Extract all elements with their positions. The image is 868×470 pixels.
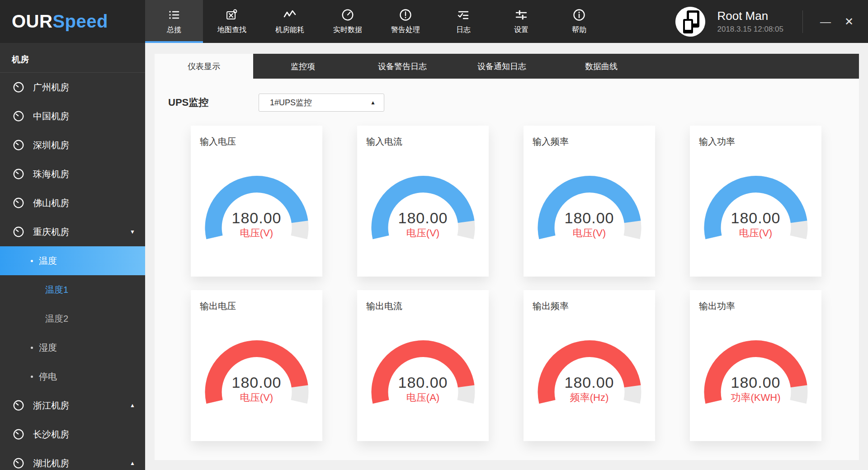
tab-设备通知日志[interactable]: 设备通知日志 xyxy=(452,54,552,79)
sidebar-item-label: 温度 xyxy=(39,255,57,267)
sidebar-item-label: 长沙机房 xyxy=(33,428,69,441)
ups-selector-value: 1#UPS监控 xyxy=(270,97,312,108)
gauge-value: 180.00 xyxy=(704,374,808,391)
gauge-chart: 180.00电压(A) xyxy=(371,340,475,411)
nav-item-label: 机房能耗 xyxy=(275,25,304,35)
gauge-readout: 180.00电压(V) xyxy=(704,209,808,239)
user-meta: Root Man 2018.3.15 12:08:05 xyxy=(717,9,783,34)
sidebar-item-广州机房[interactable]: 广州机房 xyxy=(0,73,145,102)
sidebar-item-label: 深圳机房 xyxy=(33,139,69,151)
gauge-unit-label: 电压(V) xyxy=(371,227,475,239)
bullet-dot xyxy=(31,376,33,378)
gauge-card-title: 输入电压 xyxy=(191,126,322,148)
gauge-icon xyxy=(12,197,25,209)
energy-wave-icon xyxy=(283,8,297,22)
gauge-unit-label: 电压(V) xyxy=(704,227,808,239)
sidebar-item-湖北机房[interactable]: 湖北机房▲ xyxy=(0,449,145,470)
tab-meter-display[interactable]: 仪表显示 xyxy=(155,54,253,79)
gauge-card-grid: 输入电压180.00电压(V)输入电流180.00电压(V)输入频率180.00… xyxy=(191,126,821,441)
gauge-chart: 180.00电压(V) xyxy=(205,340,309,411)
gauge-unit-label: 电压(V) xyxy=(205,227,309,239)
gauge-chart: 180.00电压(V) xyxy=(704,176,808,246)
gauge-unit-label: 电压(A) xyxy=(371,392,475,404)
gauge-readout: 180.00电压(V) xyxy=(205,374,309,404)
gauge-icon xyxy=(12,110,25,122)
sidebar-item-label: 佛山机房 xyxy=(33,197,69,209)
overview-list-icon xyxy=(167,8,181,22)
app-window: OURSpeed 总揽地图查找机房能耗实时数据警告处理日志设置帮助 Root M… xyxy=(0,0,868,470)
nav-item-设置[interactable]: 设置 xyxy=(492,0,550,43)
sidebar-item-重庆机房[interactable]: 重庆机房▼ xyxy=(0,217,145,246)
tab-row: 仪表显示 监控项设备警告日志设备通知日志数据曲线 xyxy=(155,54,859,79)
tab-监控项[interactable]: 监控项 xyxy=(253,54,353,79)
gauge-icon xyxy=(12,168,25,180)
sidebar-title: 机房 xyxy=(0,43,145,73)
gauge-card-输入电压: 输入电压180.00电压(V) xyxy=(191,126,322,277)
sidebar-item-label: 重庆机房 xyxy=(33,226,69,238)
gauge-card-title: 输入频率 xyxy=(524,126,655,148)
map-search-icon xyxy=(225,8,239,22)
nav-item-label: 总揽 xyxy=(167,25,181,35)
ups-selector-dropdown[interactable]: 1#UPS监控 ▲ xyxy=(259,94,384,112)
gauge-card-title: 输入功率 xyxy=(690,126,821,148)
tab-数据曲线[interactable]: 数据曲线 xyxy=(552,54,651,79)
gauge-card-输出功率: 输出功率180.00功率(KWH) xyxy=(690,290,821,441)
nav-item-警告处理[interactable]: 警告处理 xyxy=(377,0,434,43)
gauge-chart: 180.00电压(V) xyxy=(371,176,475,246)
gauge-readout: 180.00功率(KWH) xyxy=(704,374,808,404)
nav-item-实时数据[interactable]: 实时数据 xyxy=(319,0,377,43)
gauge-card-title: 输入电流 xyxy=(357,126,489,148)
user-datetime: 2018.3.15 12:08:05 xyxy=(717,25,783,34)
sidebar-item-温度2[interactable]: 温度2 xyxy=(0,304,145,333)
gauge-icon xyxy=(12,399,25,412)
gauge-card-输入频率: 输入频率180.00电压(V) xyxy=(524,126,655,277)
sidebar-item-珠海机房[interactable]: 珠海机房 xyxy=(0,160,145,188)
sidebar-item-长沙机房[interactable]: 长沙机房 xyxy=(0,420,145,449)
gauge-value: 180.00 xyxy=(538,209,642,226)
logo-primary: OUR xyxy=(12,11,52,31)
chevron-up-icon: ▲ xyxy=(130,402,135,409)
sidebar-item-温度[interactable]: 温度 xyxy=(0,246,145,275)
sidebar-item-温度1[interactable]: 温度1 xyxy=(0,275,145,304)
nav-item-label: 实时数据 xyxy=(333,25,362,35)
sidebar-item-浙江机房[interactable]: 浙江机房▲ xyxy=(0,391,145,420)
sidebar-item-深圳机房[interactable]: 深圳机房 xyxy=(0,131,145,160)
gauge-icon xyxy=(12,81,25,94)
close-button[interactable]: ✕ xyxy=(839,12,859,32)
logo-accent: Speed xyxy=(52,11,108,31)
sidebar-item-label: 浙江机房 xyxy=(33,400,69,412)
sidebar-item-佛山机房[interactable]: 佛山机房 xyxy=(0,188,145,217)
gauge-card-输出电流: 输出电流180.00电压(A) xyxy=(357,290,489,441)
gauge-unit-label: 功率(KWH) xyxy=(704,392,808,404)
gauge-card-输入功率: 输入功率180.00电压(V) xyxy=(690,126,821,277)
nav-item-日志[interactable]: 日志 xyxy=(434,0,492,43)
sidebar: 机房 广州机房中国机房深圳机房珠海机房佛山机房重庆机房▼温度温度1温度2湿度停电… xyxy=(0,43,145,470)
gauge-card-title: 输出功率 xyxy=(690,290,821,312)
gauge-readout: 180.00电压(A) xyxy=(371,374,475,404)
gauge-card-title: 输出频率 xyxy=(524,290,655,312)
sidebar-item-中国机房[interactable]: 中国机房 xyxy=(0,102,145,131)
gauge-icon xyxy=(12,139,25,151)
top-bar: OURSpeed 总揽地图查找机房能耗实时数据警告处理日志设置帮助 Root M… xyxy=(0,0,868,43)
gauge-readout: 180.00电压(V) xyxy=(205,209,309,239)
sidebar-item-湿度[interactable]: 湿度 xyxy=(0,333,145,362)
realtime-gauge-icon xyxy=(341,8,354,22)
sidebar-item-停电[interactable]: 停电 xyxy=(0,362,145,391)
nav-item-label: 帮助 xyxy=(572,25,586,35)
gauge-value: 180.00 xyxy=(371,209,475,226)
user-avatar[interactable] xyxy=(675,7,705,37)
gauge-unit-label: 电压(V) xyxy=(538,227,642,239)
nav-item-机房能耗[interactable]: 机房能耗 xyxy=(261,0,319,43)
sidebar-item-label: 湖北机房 xyxy=(33,457,69,470)
gauge-icon xyxy=(12,457,25,470)
nav-item-地图查找[interactable]: 地图查找 xyxy=(203,0,261,43)
content-panel: 仪表显示 监控项设备警告日志设备通知日志数据曲线 UPS监控 1#UPS监控 ▲… xyxy=(155,54,859,460)
gauge-card-输出频率: 输出频率180.00频率(Hz) xyxy=(524,290,655,441)
minimize-button[interactable]: — xyxy=(816,12,835,32)
tab-设备警告日志[interactable]: 设备警告日志 xyxy=(353,54,452,79)
nav-item-总揽[interactable]: 总揽 xyxy=(145,0,203,43)
gauge-value: 180.00 xyxy=(205,209,309,226)
ups-monitor-row: UPS监控 1#UPS监控 ▲ xyxy=(168,94,859,112)
gauge-readout: 180.00频率(Hz) xyxy=(538,374,642,404)
nav-item-帮助[interactable]: 帮助 xyxy=(550,0,608,43)
